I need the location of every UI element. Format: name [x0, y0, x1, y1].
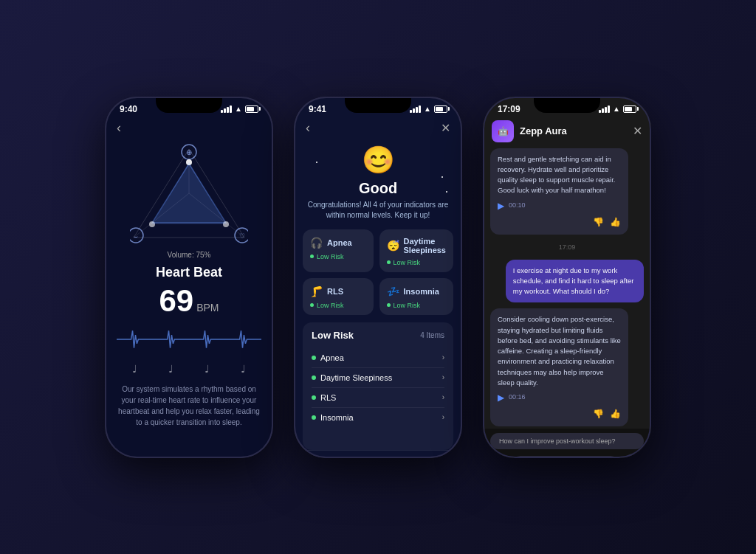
insomnia-card[interactable]: 💤 Insomnia Low Risk [379, 278, 453, 315]
low-risk-header: Low Risk 4 Items [312, 330, 444, 341]
phone2-back-button[interactable]: ‹ [306, 120, 310, 136]
list-item-apnea[interactable]: Apnea › [312, 348, 444, 368]
insomnia-icon-row: 💤 Insomnia [387, 285, 446, 297]
list-daytime-chevron: › [442, 373, 444, 381]
list-item-daytime[interactable]: Daytime Sleepiness › [312, 368, 444, 388]
signal-bar-1 [221, 110, 223, 113]
phone-1: 9:40 ▲ ‹ [105, 97, 273, 458]
thumbs-down-2[interactable]: 👎 [593, 407, 604, 420]
battery-icon [245, 105, 258, 113]
note-1: ♩ [132, 363, 137, 375]
daytime-risk-label: Low Risk [394, 259, 421, 266]
audio-row-1: ▶ 00:10 [498, 199, 621, 212]
feedback-row-2: 👎 👍 [498, 407, 621, 420]
signal-bars [221, 105, 232, 113]
note-2: ♩ [168, 363, 173, 375]
phone-1-notch [156, 97, 222, 113]
zepp-avatar: 🤖 [492, 120, 514, 142]
star-1 [316, 162, 317, 163]
apnea-icon-row: 🎧 Apnea [310, 237, 366, 249]
result-emoji: 😊 [362, 145, 395, 176]
sb4-3 [608, 105, 610, 113]
sb2-3 [602, 108, 604, 113]
envelope-icon[interactable]: ✉ [306, 457, 317, 458]
rls-icon: 🦵 [310, 285, 323, 297]
daytime-risk-dot [387, 260, 391, 264]
battery-icon-3 [623, 105, 636, 113]
chat-close-button[interactable]: ✕ [633, 124, 642, 138]
apnea-risk-dot [310, 255, 314, 258]
rls-card[interactable]: 🦵 RLS Low Risk [303, 278, 374, 315]
rls-risk-label: Low Risk [317, 302, 344, 309]
sb3 [416, 107, 418, 113]
phone-3-time: 17:09 [498, 104, 520, 114]
congrats-text: Congratulations! All 4 of your indicator… [306, 200, 450, 221]
list-apnea-chevron: › [442, 353, 444, 361]
list-item-rls[interactable]: RLS › [312, 388, 444, 408]
rls-risk-badge: Low Risk [310, 302, 366, 309]
music-notes: ♩ ♩ ♩ ♩ [117, 363, 261, 375]
insomnia-risk-label: Low Risk [394, 302, 421, 309]
phone-2-status-icons: ▲ [410, 105, 447, 113]
play-button-1[interactable]: ▶ [498, 199, 504, 212]
suggested-message-text: How can I improve post-workout sleep? [499, 437, 616, 445]
battery-fill-3 [625, 107, 632, 111]
phone2-bottom: ✉ Send [294, 450, 462, 458]
signal-bars-2 [410, 105, 421, 113]
indicators-grid: 🎧 Apnea Low Risk 😴 Daytime Sleepiness [294, 229, 462, 322]
battery-icon-2 [434, 105, 447, 113]
list-apnea-label: Apnea [320, 353, 344, 362]
audio-duration-2: 00:16 [509, 392, 526, 403]
low-risk-title: Low Risk [312, 330, 354, 341]
phone-2: 9:41 ▲ ‹ ✕ [294, 97, 462, 458]
rls-name: RLS [327, 287, 343, 296]
items-count: 4 Items [420, 331, 444, 339]
chat-app-name: Zepp Aura [520, 125, 627, 136]
star-3 [446, 191, 447, 193]
bpm-unit: BPM [196, 302, 219, 314]
microphone-button[interactable]: 🎤 [623, 454, 644, 458]
back-arrow[interactable]: ‹ [117, 120, 121, 136]
timestamp-text: 17:09 [559, 243, 576, 251]
zepp-avatar-icon: 🤖 [498, 126, 509, 136]
question-button[interactable]: ? [490, 455, 508, 458]
sb2 [413, 108, 415, 113]
list-insomnia-chevron: › [442, 413, 444, 421]
message-input[interactable]: Message Aura [512, 456, 619, 458]
bpm-number: 69 [159, 283, 193, 319]
wifi-icon-2: ▲ [424, 105, 431, 113]
apnea-card[interactable]: 🎧 Apnea Low Risk [303, 229, 374, 272]
phone-2-notch [345, 97, 411, 113]
signal-bar-3 [227, 107, 229, 113]
list-item-daytime-left: Daytime Sleepiness [312, 373, 392, 382]
list-item-insomnia[interactable]: Insomnia › [312, 408, 444, 427]
signal-bar-4 [230, 105, 232, 113]
star-2 [441, 176, 443, 178]
thumbs-down-1[interactable]: 👎 [593, 215, 604, 229]
daytime-risk-badge: Low Risk [387, 259, 446, 266]
insomnia-icon: 💤 [387, 285, 399, 297]
list-apnea-dot [312, 356, 316, 360]
list-daytime-label: Daytime Sleepiness [320, 373, 392, 382]
suggested-message[interactable]: How can I improve post-workout sleep? [490, 433, 644, 449]
bot-message-2-text: Consider cooling down post-exercise, sta… [498, 315, 621, 387]
thumbs-up-1[interactable]: 👍 [610, 215, 621, 229]
rls-risk-dot [310, 303, 314, 307]
sb1 [410, 110, 412, 113]
low-risk-section: Low Risk 4 Items Apnea › Daytime Sleepin… [303, 322, 453, 450]
daytime-sleepiness-card[interactable]: 😴 Daytime Sleepiness Low Risk [379, 229, 453, 272]
phone1-content: ‹ ⊕ ⌣ [105, 117, 273, 458]
heartbeat-title: Heart Beat [156, 265, 222, 280]
signal-bar-2 [224, 108, 226, 113]
user-message-1: I exercise at night due to my work sched… [506, 260, 644, 303]
daytime-name: Daytime Sleepiness [404, 237, 446, 255]
chat-timestamp: 17:09 [490, 240, 644, 254]
list-item-rls-left: RLS [312, 393, 336, 402]
list-daytime-dot [312, 375, 316, 380]
thumbs-up-2[interactable]: 👍 [610, 407, 621, 420]
play-button-2[interactable]: ▶ [498, 391, 504, 404]
phone2-close-button[interactable]: ✕ [441, 121, 450, 135]
signal-bars-3 [599, 105, 610, 113]
list-rls-chevron: › [442, 393, 444, 401]
audio-duration-1: 00:10 [509, 201, 526, 211]
